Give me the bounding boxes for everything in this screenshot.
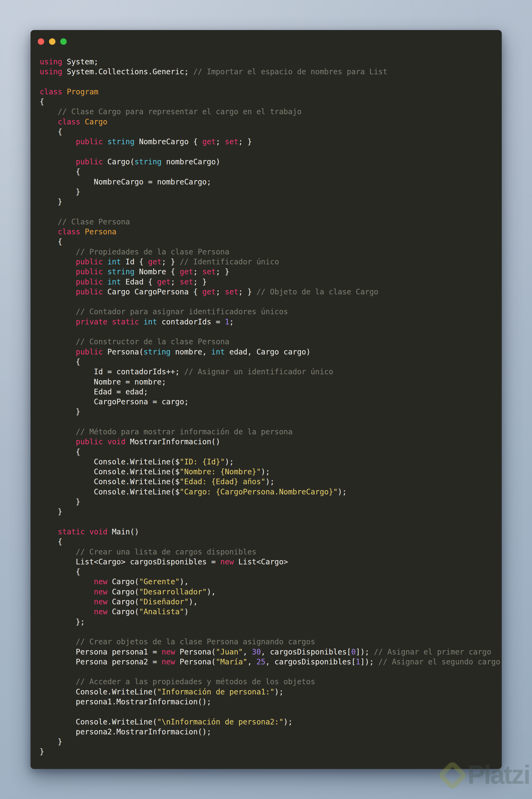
code-editor-window: using System;using System.Collections.Ge… <box>31 30 502 769</box>
code-line <box>40 207 502 217</box>
code-line <box>40 517 502 527</box>
code-line: Console.WriteLine($"Cargo: {CargoPersona… <box>40 487 502 497</box>
code-line: { <box>40 537 502 547</box>
code-line: class Program <box>40 87 502 97</box>
minimize-button[interactable] <box>49 38 55 45</box>
code-line: } <box>40 737 502 747</box>
code-line: public string Nombre { get; set; } <box>40 267 502 277</box>
code-line <box>40 77 502 87</box>
code-line: NombreCargo = nombreCargo; <box>40 177 502 187</box>
code-line: new Cargo("Analista") <box>40 607 502 617</box>
code-line <box>40 417 502 427</box>
code-line: static void Main() <box>40 527 502 537</box>
code-line: // Crear objetos de la clase Persona asi… <box>40 637 502 647</box>
code-line: using System; <box>40 57 502 67</box>
code-line: Console.WriteLine($"Nombre: {Nombre}"); <box>40 467 502 477</box>
code-line: { <box>40 237 502 247</box>
code-line: // Crear una lista de cargos disponibles <box>40 547 502 557</box>
code-line: { <box>40 97 502 107</box>
code-line: } <box>40 187 502 197</box>
code-line: // Contador para asignar identificadores… <box>40 307 502 317</box>
code-line: CargoPersona = cargo; <box>40 397 502 407</box>
code-line: public void MostrarInformacion() <box>40 437 502 447</box>
code-line: Console.WriteLine($"Edad: {Edad} años"); <box>40 477 502 487</box>
code-line: // Clase Cargo para representar el cargo… <box>40 107 502 116</box>
code-line: using System.Collections.Generic; // Imp… <box>40 67 502 77</box>
close-button[interactable] <box>38 38 44 45</box>
code-line <box>40 667 502 677</box>
maximize-button[interactable] <box>60 38 67 45</box>
code-line: } <box>40 507 502 517</box>
code-line: }; <box>40 617 502 627</box>
code-line: } <box>40 497 502 507</box>
code-line <box>40 327 502 337</box>
code-line: public string NombreCargo { get; set; } <box>40 137 502 147</box>
code-line: // Método para mostrar información de la… <box>40 427 502 437</box>
code-line: Console.WriteLine("\nInformación de pers… <box>40 717 502 727</box>
code-line: Id = contadorIds++; // Asignar un identi… <box>40 367 502 377</box>
code-line: class Persona <box>40 227 502 237</box>
code-line: { <box>40 447 502 457</box>
code-line: persona1.MostrarInformacion(); <box>40 697 502 707</box>
code-line: public Cargo CargoPersona { get; set; } … <box>40 287 502 297</box>
code-line: { <box>40 167 502 177</box>
code-line: } <box>40 747 502 757</box>
code-line: public Cargo(string nombreCargo) <box>40 157 502 167</box>
code-line: Console.WriteLine($"ID: {Id}"); <box>40 457 502 467</box>
code-line: // Clase Persona <box>40 217 502 227</box>
code-line <box>40 627 502 637</box>
code-line: Persona persona2 = new Persona("María", … <box>40 657 502 667</box>
code-line: new Cargo("Desarrollador"), <box>40 587 502 597</box>
code-line: { <box>40 567 502 577</box>
code-line: // Propiedades de la clase Persona <box>40 247 502 257</box>
code-line: private static int contadorIds = 1; <box>40 317 502 327</box>
code-line <box>40 297 502 307</box>
code-line: // Acceder a las propiedades y métodos d… <box>40 677 502 687</box>
code-line: { <box>40 357 502 367</box>
traffic-lights <box>38 38 67 45</box>
code-line: { <box>40 127 502 137</box>
code-line: new Cargo("Gerente"), <box>40 577 502 587</box>
code-line: // Constructor de la clase Persona <box>40 337 502 347</box>
code-line: List<Cargo> cargosDisponibles = new List… <box>40 557 502 567</box>
desktop-background: using System;using System.Collections.Ge… <box>0 0 532 799</box>
code-line: public Persona(string nombre, int edad, … <box>40 347 502 357</box>
code-line: class Cargo <box>40 117 502 127</box>
code-editor[interactable]: using System;using System.Collections.Ge… <box>40 57 502 757</box>
code-line: public int Id { get; } // Identificador … <box>40 257 502 267</box>
code-line: Console.WriteLine("Información de person… <box>40 687 502 697</box>
code-line: Edad = edad; <box>40 387 502 397</box>
code-line: Nombre = nombre; <box>40 377 502 387</box>
code-line: } <box>40 407 502 417</box>
code-line: new Cargo("Diseñador"), <box>40 597 502 607</box>
code-line: Persona persona1 = new Persona("Juan", 3… <box>40 647 502 657</box>
code-line: public int Edad { get; set; } <box>40 277 502 287</box>
code-line <box>40 707 502 717</box>
code-line <box>40 147 502 157</box>
code-line: } <box>40 197 502 207</box>
code-line: persona2.MostrarInformacion(); <box>40 727 502 737</box>
